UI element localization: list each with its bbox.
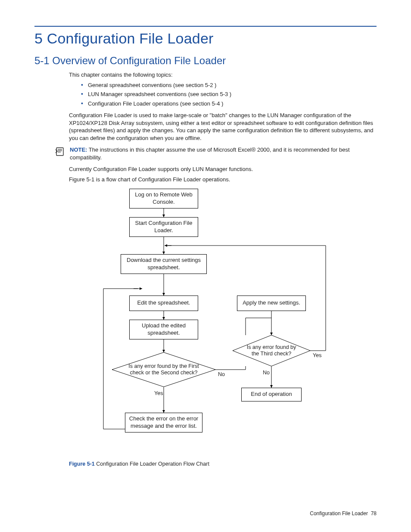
decision-1-no-label: No: [218, 371, 225, 377]
top-rule: [34, 26, 377, 27]
topic-item: LUN Manager spreadsheet conventions (see…: [81, 90, 377, 98]
figure-label: Figure 5-1: [69, 461, 95, 467]
flow-step-logon: Log on to Remote Web Console.: [129, 189, 198, 208]
currently-paragraph: Currently Configuration File Loader supp…: [69, 165, 377, 173]
flow-decision-1-text: Is any error found by the First check or…: [112, 352, 215, 387]
note-label: NOTE:: [70, 146, 87, 153]
intro-paragraph: This chapter contains the following topi…: [69, 71, 377, 79]
topic-item: General spreadsheet conventions (see sec…: [81, 81, 377, 89]
flow-step-edit: Edit the spreadsheet.: [129, 296, 198, 311]
body-block: This chapter contains the following topi…: [69, 71, 377, 142]
topic-list: General spreadsheet conventions (see sec…: [81, 81, 377, 108]
footer-page-number: 78: [371, 510, 377, 516]
footer-title: Configuration File Loader: [310, 510, 368, 516]
config-paragraph: Configuration File Loader is used to mak…: [69, 112, 377, 142]
note-body: The instructions in this chapter assume …: [70, 146, 350, 161]
note-block: NOTE: The instructions in this chapter a…: [55, 146, 377, 161]
page-footer: Configuration File Loader 78: [310, 510, 377, 516]
decision-2-no-label: No: [263, 370, 270, 376]
figure-caption: Figure 5-1 Configuration File Loader Ope…: [69, 461, 377, 467]
flow-decision-2-text: Is any error found by the Third check?: [233, 335, 310, 366]
flow-step-end: End of operation: [241, 388, 302, 401]
decision-2-yes-label: Yes: [313, 352, 321, 358]
flow-step-upload: Upload the edited spreadsheet.: [129, 320, 198, 339]
flow-step-apply: Apply the new settings.: [237, 296, 306, 311]
flow-decision-first-second-check: Is any error found by the First check or…: [112, 352, 215, 387]
note-text: NOTE: The instructions in this chapter a…: [70, 146, 377, 161]
body-block-2: Currently Configuration File Loader supp…: [69, 165, 377, 183]
flowchart: Log on to Remote Web Console. Start Conf…: [86, 189, 327, 456]
figure-caption-text: Configuration File Loader Operation Flow…: [95, 461, 209, 467]
flowchart-connectors: [86, 189, 327, 456]
svg-rect-0: [56, 148, 63, 156]
decision-1-yes-label: Yes: [154, 390, 163, 396]
note-icon: [55, 147, 65, 156]
section-title: 5-1 Overview of Configuration File Loade…: [34, 55, 377, 67]
flow-step-start: Start Configuration File Loader.: [129, 217, 198, 237]
figref-paragraph: Figure 5-1 is a flow chart of Configurat…: [69, 176, 377, 184]
topic-item: Configuration File Loader operations (se…: [81, 100, 377, 108]
flow-step-check-error: Check the error on the error message and…: [125, 413, 202, 432]
flow-decision-third-check: Is any error found by the Third check?: [233, 335, 310, 366]
flow-step-download: Download the current settings spreadshee…: [121, 254, 207, 274]
chapter-title: 5 Configuration File Loader: [34, 30, 377, 47]
document-page: 5 Configuration File Loader 5-1 Overview…: [0, 0, 411, 532]
